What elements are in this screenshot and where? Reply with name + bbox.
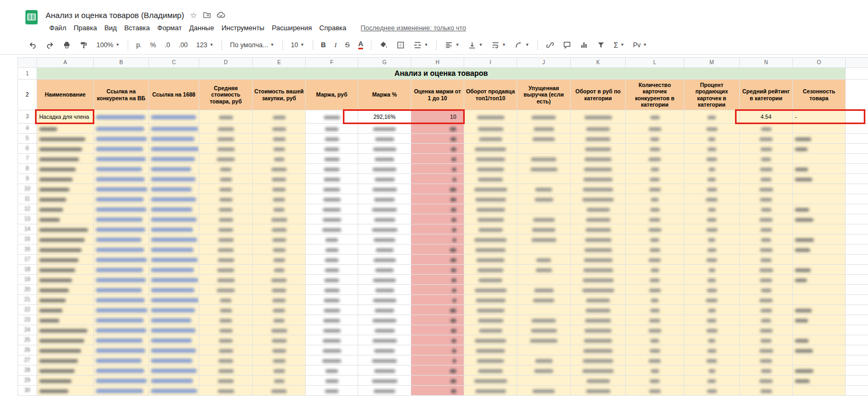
insert-comment-icon[interactable] xyxy=(560,39,574,51)
cell[interactable] xyxy=(517,224,571,234)
cell[interactable] xyxy=(358,255,411,265)
cell[interactable] xyxy=(37,275,94,285)
row-number[interactable]: 1 xyxy=(18,68,37,80)
cell[interactable] xyxy=(199,214,253,224)
cell[interactable] xyxy=(358,245,411,255)
row-number[interactable]: 9 xyxy=(18,174,37,184)
cell[interactable] xyxy=(684,305,740,315)
cell[interactable] xyxy=(846,275,868,285)
cell[interactable] xyxy=(626,154,684,164)
cell[interactable] xyxy=(37,335,94,345)
cell[interactable] xyxy=(740,315,793,325)
cell[interactable] xyxy=(571,386,626,396)
cell[interactable] xyxy=(846,214,868,224)
cell[interactable] xyxy=(253,134,306,144)
column-letter[interactable]: F xyxy=(306,58,358,68)
cell[interactable] xyxy=(253,275,306,285)
cell[interactable] xyxy=(846,194,868,204)
cell[interactable] xyxy=(464,194,517,204)
cell[interactable] xyxy=(740,194,793,204)
cell[interactable] xyxy=(684,335,740,345)
cell[interactable] xyxy=(149,154,199,164)
menu-item[interactable]: Правка xyxy=(70,23,101,33)
cell[interactable] xyxy=(253,305,306,315)
cell[interactable] xyxy=(464,285,517,295)
cell[interactable] xyxy=(199,204,253,214)
borders-icon[interactable] xyxy=(393,39,408,51)
cell[interactable] xyxy=(571,325,626,335)
cell[interactable] xyxy=(94,214,149,224)
cell[interactable] xyxy=(740,345,793,355)
cell[interactable] xyxy=(684,285,740,295)
cell[interactable] xyxy=(793,124,846,134)
last-edit-link[interactable]: Последнее изменение: только что xyxy=(361,24,466,32)
cell[interactable] xyxy=(199,376,253,386)
cell[interactable] xyxy=(517,204,571,214)
percent-format-button[interactable]: % xyxy=(147,40,159,50)
cell[interactable] xyxy=(94,154,149,164)
cell[interactable] xyxy=(411,234,464,245)
row-number[interactable]: 6 xyxy=(18,144,37,154)
cell[interactable] xyxy=(411,124,464,134)
cell[interactable] xyxy=(846,224,868,234)
cell[interactable] xyxy=(464,265,517,275)
cell[interactable] xyxy=(306,285,358,295)
cell[interactable] xyxy=(94,144,149,154)
row-number[interactable]: 3 xyxy=(18,110,37,124)
menu-item[interactable]: Справка xyxy=(316,23,350,33)
cell[interactable] xyxy=(571,245,626,255)
cell[interactable] xyxy=(199,194,253,204)
cell[interactable] xyxy=(253,144,306,154)
row-number[interactable]: 10 xyxy=(18,184,37,194)
cell[interactable] xyxy=(464,174,517,184)
cell[interactable] xyxy=(94,386,149,396)
cell[interactable] xyxy=(740,325,793,335)
cell[interactable] xyxy=(846,164,868,174)
cell[interactable] xyxy=(846,255,868,265)
row-number[interactable]: 15 xyxy=(18,234,37,245)
cell[interactable] xyxy=(464,376,517,386)
cell[interactable] xyxy=(517,315,571,325)
cell[interactable] xyxy=(149,144,199,154)
cell[interactable] xyxy=(37,325,94,335)
cell[interactable] xyxy=(411,194,464,204)
cell[interactable] xyxy=(626,164,684,174)
column-header-cell[interactable]: Оборот продавца топ1/топ10 xyxy=(464,80,517,110)
cell[interactable] xyxy=(517,234,571,245)
fill-color-icon[interactable] xyxy=(376,39,391,51)
cell[interactable] xyxy=(94,194,149,204)
cell[interactable] xyxy=(306,315,358,325)
cell[interactable] xyxy=(846,245,868,255)
cell-margin-score[interactable]: 10 xyxy=(411,110,464,124)
cell[interactable] xyxy=(517,355,571,366)
cell[interactable] xyxy=(199,134,253,144)
cell[interactable] xyxy=(571,376,626,386)
cell[interactable] xyxy=(740,134,793,144)
column-header-cell[interactable]: Оценка маржи от 1 до 10 xyxy=(411,80,464,110)
cell-1688-link[interactable] xyxy=(149,110,199,124)
row-number[interactable]: 29 xyxy=(18,376,37,386)
cell[interactable] xyxy=(253,124,306,134)
cell[interactable] xyxy=(199,345,253,355)
column-letter[interactable]: M xyxy=(684,58,740,68)
cell[interactable] xyxy=(846,285,868,295)
row-number[interactable]: 30 xyxy=(18,386,37,396)
cell[interactable] xyxy=(846,366,868,376)
cell[interactable] xyxy=(626,245,684,255)
row-number[interactable]: 17 xyxy=(18,255,37,265)
cell[interactable] xyxy=(411,255,464,265)
cell[interactable] xyxy=(199,184,253,194)
cell[interactable] xyxy=(517,214,571,224)
cell[interactable] xyxy=(37,386,94,396)
menu-item[interactable]: Вставка xyxy=(120,23,153,33)
cell[interactable] xyxy=(306,305,358,315)
cell[interactable] xyxy=(253,224,306,234)
cell[interactable] xyxy=(411,315,464,325)
cell[interactable] xyxy=(626,285,684,295)
cell[interactable] xyxy=(464,275,517,285)
cell[interactable] xyxy=(684,204,740,214)
move-folder-icon[interactable] xyxy=(203,11,211,19)
cloud-status-icon[interactable] xyxy=(217,11,225,19)
cell[interactable] xyxy=(464,224,517,234)
cell[interactable] xyxy=(358,275,411,285)
